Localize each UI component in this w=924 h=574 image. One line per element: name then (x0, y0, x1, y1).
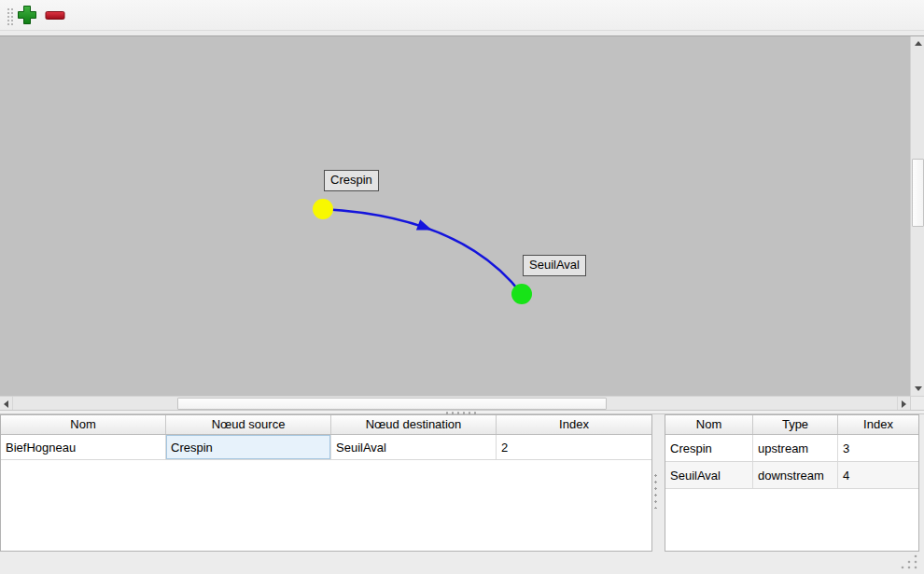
cell-destination[interactable]: SeuilAval (331, 435, 497, 459)
vertical-splitter[interactable] (652, 414, 665, 552)
cell-type[interactable]: downstream (753, 462, 838, 488)
triangle-right-icon (902, 400, 906, 408)
node-seuilaval[interactable] (511, 284, 532, 304)
application-window: Crespin SeuilAval Nom Nœud source Nœud d… (0, 0, 924, 574)
table-row[interactable]: BiefHogneau Crespin SeuilAval 2 (1, 435, 651, 460)
column-header-destination[interactable]: Nœud destination (331, 415, 497, 434)
triangle-up-icon (915, 41, 922, 46)
cell-index[interactable]: 2 (497, 435, 651, 459)
reaches-table: Nom Nœud source Nœud destination Index B… (0, 414, 652, 552)
graph-canvas[interactable]: Crespin SeuilAval (0, 36, 910, 396)
toolbar-drag-handle-icon[interactable] (6, 7, 14, 26)
triangle-left-icon (4, 400, 8, 408)
cell-source-selected[interactable]: Crespin (166, 435, 331, 459)
column-header-type[interactable]: Type (753, 415, 838, 434)
toolbar (0, 0, 924, 31)
remove-button[interactable] (43, 5, 67, 27)
table-row[interactable]: SeuilAval downstream 4 (665, 462, 918, 489)
cell-nom[interactable]: BiefHogneau (1, 435, 166, 459)
column-header-nom[interactable]: Nom (1, 415, 166, 434)
scroll-up-button[interactable] (911, 36, 924, 50)
node-label-crespin[interactable]: Crespin (324, 170, 379, 191)
cell-index[interactable]: 4 (838, 462, 918, 488)
nodes-table: Nom Type Index Crespin upstream 3 SeuilA… (665, 414, 919, 552)
vertical-scrollbar[interactable] (910, 36, 924, 396)
cell-nom[interactable]: Crespin (665, 435, 753, 461)
arrowhead-icon (416, 219, 434, 235)
nodes-table-header: Nom Type Index (665, 415, 918, 435)
cell-nom[interactable]: SeuilAval (665, 462, 753, 488)
cell-type[interactable]: upstream (753, 435, 838, 461)
triangle-down-icon (915, 386, 922, 391)
plus-icon (17, 5, 37, 28)
cell-index[interactable]: 3 (838, 435, 918, 461)
node-crespin[interactable] (313, 199, 333, 219)
column-header-source[interactable]: Nœud source (166, 415, 331, 434)
splitter-handle-icon (654, 471, 657, 509)
add-button[interactable] (15, 5, 39, 27)
column-header-index[interactable]: Index (497, 415, 651, 434)
vertical-scrollbar-thumb[interactable] (912, 159, 924, 227)
minus-icon (44, 5, 66, 28)
column-header-nom[interactable]: Nom (665, 415, 753, 434)
node-label-seuilaval[interactable]: SeuilAval (523, 255, 586, 276)
column-header-index[interactable]: Index (838, 415, 918, 434)
table-row[interactable]: Crespin upstream 3 (665, 435, 918, 462)
resize-grip-icon[interactable] (899, 553, 919, 571)
reaches-table-header: Nom Nœud source Nœud destination Index (1, 415, 651, 435)
scroll-left-button[interactable] (0, 397, 13, 411)
scrollbar-corner (910, 396, 924, 410)
scroll-down-button[interactable] (911, 382, 924, 396)
scroll-right-button[interactable] (897, 397, 910, 411)
horizontal-scrollbar[interactable] (0, 396, 910, 410)
horizontal-scrollbar-thumb[interactable] (177, 398, 607, 410)
